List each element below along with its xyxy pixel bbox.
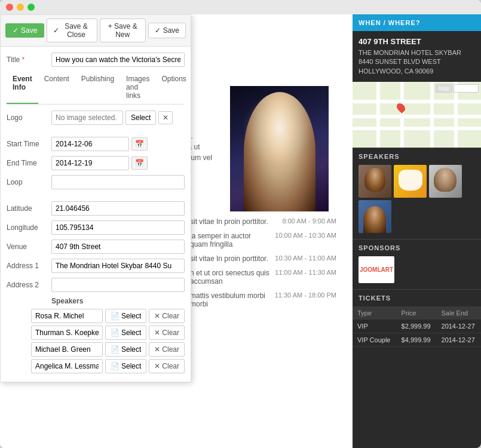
map-tab-satellite[interactable]: Satellite <box>454 84 479 93</box>
file-icon-2: 📄 <box>111 345 120 354</box>
form-body: Title Event Info Content Publishing Imag… <box>1 47 191 382</box>
speaker-clear-btn-2[interactable]: ✕ Clear <box>149 342 185 357</box>
address2-row: Address 2 <box>7 278 185 292</box>
app-window: felis vel commodo integer elit vel. Ut q… <box>0 0 481 448</box>
tab-content[interactable]: Content <box>38 72 75 104</box>
map-tab-map[interactable]: Map <box>436 84 452 93</box>
left-panel: felis vel commodo integer elit vel. Ut q… <box>0 14 353 448</box>
tab-options[interactable]: Options <box>155 72 192 104</box>
longitude-row: Longitude <box>7 220 185 235</box>
schedule-text-1: ia semper in auctor quam fringilla <box>190 232 275 248</box>
col-type: Type <box>353 306 397 320</box>
start-time-label: Start Time <box>7 140 51 148</box>
schedule-item: sit vitae In proin porttitor. 10:30 AM -… <box>190 254 336 263</box>
schedule-time-4: 11:30 AM - 18:00 PM <box>275 291 336 308</box>
speaker-name-input-3[interactable] <box>31 359 103 373</box>
logo-input <box>51 111 123 125</box>
speaker-clear-btn-0[interactable]: ✕ Clear <box>149 309 185 323</box>
check-icon: ✓ <box>53 26 59 35</box>
longitude-label: Longitude <box>7 223 51 232</box>
address-block: 407 9TH STREET THE MONDRIAN HOTEL SKYBAR… <box>353 31 481 82</box>
start-time-calendar-icon[interactable]: 📅 <box>131 137 148 151</box>
end-time-input[interactable] <box>51 156 129 170</box>
article-image <box>230 86 329 211</box>
file-icon-0: 📄 <box>111 312 120 320</box>
title-row: Title <box>7 53 185 67</box>
sponsors-header: SPONSORS <box>353 239 481 256</box>
speakers-section-header: SPEAKERS <box>353 148 481 165</box>
map-tabs: Map Satellite <box>436 84 479 93</box>
address1-row: Address 1 <box>7 259 185 273</box>
logo-clear-button[interactable]: ✕ <box>158 111 173 124</box>
content-area: felis vel commodo integer elit vel. Ut q… <box>0 14 481 448</box>
speaker-name-input-0[interactable] <box>31 309 103 323</box>
save-icon: ✓ <box>13 26 19 35</box>
col-price: Price <box>397 306 437 320</box>
latitude-input[interactable] <box>51 201 185 216</box>
map-pin <box>395 102 407 113</box>
start-time-input[interactable] <box>51 137 129 151</box>
speaker-row-0: 📄 Select ✕ Clear <box>7 309 185 323</box>
right-panel: WHEN / WHERE? 407 9TH STREET THE MONDRIA… <box>353 14 481 448</box>
tab-images-links[interactable]: Images and links <box>120 72 155 104</box>
tickets-table: Type Price Sale End VIP$2,999.992014-12-… <box>353 306 481 347</box>
venue-row: Venue <box>7 240 185 254</box>
venue-input[interactable] <box>51 240 185 254</box>
speaker-avatar-1 <box>359 165 391 198</box>
map-background: Map Satellite <box>353 82 481 148</box>
speaker-select-btn-1[interactable]: 📄 Select <box>105 326 146 340</box>
save2-icon: ✓ <box>155 26 161 35</box>
map-container[interactable]: Map Satellite Map Data Terms of Use Repo… <box>353 82 481 148</box>
edit-toolbar: ✓ Save ✓ Save & Close + Save & New ✓ Sav… <box>1 15 191 47</box>
tab-event-info[interactable]: Event Info <box>7 72 38 104</box>
speaker-clear-btn-3[interactable]: ✕ Clear <box>149 359 185 373</box>
speaker-select-btn-3[interactable]: 📄 Select <box>105 359 146 373</box>
minimize-button[interactable] <box>17 4 24 11</box>
speakers-grid <box>353 165 481 239</box>
ticket-cell-0-1: $2,999.99 <box>397 320 437 333</box>
save2-button[interactable]: ✓ Save <box>148 23 186 38</box>
address2-label: Address 2 <box>7 281 51 289</box>
logo-row: Logo Select ✕ <box>7 111 185 125</box>
tab-publishing[interactable]: Publishing <box>75 72 120 104</box>
title-label: Title <box>7 56 51 64</box>
speaker-name-input-2[interactable] <box>31 342 103 357</box>
latitude-row: Latitude <box>7 201 185 216</box>
speaker-name-input-1[interactable] <box>31 326 103 340</box>
schedule-text-4: mattis vestibulum morbi morbi <box>190 291 275 308</box>
ticket-cell-0-0: VIP <box>353 320 397 333</box>
end-time-calendar-icon[interactable]: 📅 <box>131 157 148 170</box>
speaker-row-3: 📄 Select ✕ Clear <box>7 359 185 373</box>
schedule-time-3: 11:00 AM - 11:30 AM <box>275 269 336 286</box>
logo-select-button[interactable]: Select <box>125 111 156 125</box>
x-icon-0: ✕ <box>154 312 160 320</box>
speaker-avatar-4 <box>359 200 391 233</box>
tickets-header: TICKETS <box>353 289 481 306</box>
address1-label: Address 1 <box>7 262 51 270</box>
ticket-cell-1-0: VIP Couple <box>353 333 397 347</box>
speaker-select-btn-2[interactable]: 📄 Select <box>105 342 146 357</box>
save-new-button[interactable]: + Save & New <box>100 19 146 42</box>
title-input[interactable] <box>51 53 185 67</box>
loop-input[interactable] <box>51 175 185 189</box>
speaker-select-btn-0[interactable]: 📄 Select <box>105 309 146 323</box>
schedule-time-0: 8:00 AM - 9:00 AM <box>283 217 337 226</box>
speakers-section-label: Speakers <box>7 297 185 305</box>
end-time-label: End Time <box>7 159 51 167</box>
speakers-section: Speakers 📄 Select ✕ Clear 📄 Select ✕ Cle… <box>7 297 185 373</box>
longitude-input[interactable] <box>51 220 185 235</box>
speaker-row-1: 📄 Select ✕ Clear <box>7 326 185 340</box>
venue-label: Venue <box>7 243 51 251</box>
save-close-button[interactable]: ✓ Save & Close <box>47 19 97 42</box>
schedule-text-0: sit vitae In proin porttitor. <box>190 217 283 226</box>
maximize-button[interactable] <box>27 4 35 11</box>
ticket-cell-1-2: 2014-12-27 <box>437 333 481 347</box>
schedule-area: sit vitae In proin porttitor. 8:00 AM - … <box>190 217 336 314</box>
x-icon-2: ✕ <box>154 345 160 354</box>
col-sale-end: Sale End <box>437 306 481 320</box>
close-button[interactable] <box>6 4 13 11</box>
address2-input[interactable] <box>51 278 185 292</box>
speaker-clear-btn-1[interactable]: ✕ Clear <box>149 326 185 340</box>
address1-input[interactable] <box>51 259 185 273</box>
save-button[interactable]: ✓ Save <box>5 23 44 38</box>
